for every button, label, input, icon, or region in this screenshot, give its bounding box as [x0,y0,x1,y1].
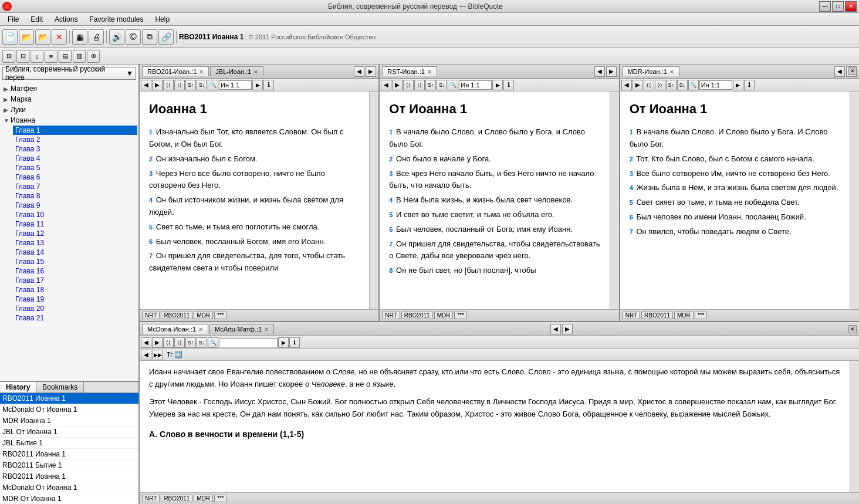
panel1-tab1[interactable]: RBO201-Иоан.:1 ✕ [142,66,209,76]
history-item-9[interactable]: MDR От Иоанна 1 [0,493,138,504]
book-item-matthew[interactable]: ▶ Матфея [1,83,137,94]
lower-tag-nrt[interactable]: NRT [142,495,160,502]
chapter-item-4[interactable]: Глава 4 [13,154,137,163]
panel3-tab1-close[interactable]: ✕ [669,69,674,75]
lower-prev-btn[interactable]: ◀ [550,324,561,334]
history-item-1[interactable]: McDonald От Иоанна 1 [0,404,138,415]
chapter-item-1[interactable]: Глава 1 [13,126,137,135]
p3-fwd-btn[interactable]: ▶ [633,80,643,90]
panel2-nav-input[interactable] [459,80,492,90]
chapter-item-13[interactable]: Глава 13 [13,238,137,248]
lower-nav-input[interactable] [219,338,278,347]
tb2-btn7[interactable]: ⊕ [87,50,100,63]
chapter-item-14[interactable]: Глава 14 [13,248,137,257]
panel3-tag-more[interactable]: *** [695,312,708,319]
p2-go-btn[interactable]: ▶ [492,80,503,90]
new-button[interactable]: 📄 [2,29,18,45]
book-item-luke[interactable]: ▶ Луки [1,104,137,115]
lp-fwd-btn[interactable]: ▶ [152,337,163,348]
history-item-5[interactable]: RBO2011 Иоанна 1 [0,449,138,460]
p2-btn6[interactable]: S↓ [437,80,447,90]
tb2-btn6[interactable]: ▥ [73,50,86,63]
minimize-button[interactable]: — [819,1,831,12]
tb2-btn5[interactable]: ▤ [59,50,72,63]
chapter-item-19[interactable]: Глава 19 [13,295,137,304]
chapter-item-16[interactable]: Глава 16 [13,266,137,276]
tb2-btn4[interactable]: ≡ [45,50,58,63]
chapter-item-7[interactable]: Глава 7 [13,182,137,191]
p1-info-btn[interactable]: ℹ [263,80,274,90]
lp-go-btn[interactable]: ▶ [278,337,289,348]
print-button[interactable]: 🖨 [89,29,104,45]
panel1-scrollbar[interactable] [369,92,378,309]
chapter-item-2[interactable]: Глава 2 [13,135,137,144]
panel1-tag-rbo[interactable]: RBO2011 [161,312,192,319]
copy-button[interactable]: ⧉ [142,29,157,45]
lower-tag-mdr[interactable]: MDR [194,495,213,502]
p2-fwd-btn[interactable]: ▶ [392,80,403,90]
lower-scrollbar[interactable] [850,361,859,492]
p1-go-btn[interactable]: ▶ [252,80,263,90]
history-item-7[interactable]: RBO2011 Иоанна 1 [0,471,138,482]
p2-btn4[interactable]: ⟩⟩ [414,80,425,90]
p2-back-btn[interactable]: ◀ [381,80,391,90]
lp-btn5[interactable]: S↑ [185,337,196,348]
tab-bookmarks[interactable]: Bookmarks [36,382,84,393]
lower-next-btn[interactable]: ▶ [562,324,573,334]
panel2-next-btn[interactable]: ▶ [606,66,617,77]
lp-back-btn[interactable]: ◀ [141,337,151,348]
history-item-8[interactable]: McDonald От Иоанна 1 [0,482,138,493]
maximize-button[interactable]: □ [832,1,844,12]
panel3-nav-input[interactable] [699,80,732,90]
chapter-item-10[interactable]: Глава 10 [13,210,137,219]
chapter-item-17[interactable]: Глава 17 [13,276,137,285]
tab-history[interactable]: History [0,382,36,393]
panel3-prev-btn[interactable]: ◀ [834,66,845,77]
p1-btn3[interactable]: ⟨⟨ [163,80,174,90]
p3-info-btn[interactable]: ℹ [744,80,755,90]
tb2-btn2[interactable]: ⊟ [16,50,29,63]
bible-selector[interactable]: Библия, современный русский перев ▼ [2,67,136,80]
panel2-tag-more[interactable]: *** [454,312,467,319]
panel2-prev-btn[interactable]: ◀ [594,66,605,77]
panel1-tag-mdr[interactable]: MDR [194,312,213,319]
chapter-item-18[interactable]: Глава 18 [13,285,137,295]
history-item-3[interactable]: JBL От Иоанна 1 [0,427,138,438]
panel1-tag-nrt[interactable]: NRT [142,312,160,319]
book-item-john[interactable]: ▼ Иоанна [1,115,137,126]
chapter-item-8[interactable]: Глава 8 [13,191,137,201]
chapter-item-11[interactable]: Глава 11 [13,219,137,229]
close-button[interactable]: ✕ [845,1,857,12]
chapter-item-9[interactable]: Глава 9 [13,201,137,210]
panel1-tab2-close[interactable]: ✕ [253,69,258,75]
open-green-button[interactable]: 📂 [35,29,50,45]
chapter-item-21[interactable]: Глава 21 [13,313,137,323]
chapter-item-20[interactable]: Глава 20 [13,304,137,313]
copyright-button[interactable]: © [126,29,141,45]
panel3-tab1[interactable]: MDR-Иоан.:1 ✕ [623,66,679,76]
chapter-item-15[interactable]: Глава 15 [13,257,137,266]
panel1-tab2[interactable]: JBL-Иоан.:1 ✕ [210,66,263,76]
lower-tab2[interactable]: McArtu-Матф.:1 ✕ [209,324,274,334]
upper-panel-close[interactable]: ✕ [848,67,857,75]
panel2-tag-rbo[interactable]: RBO2011 [401,312,433,319]
panel2-tab1[interactable]: RST-Иоан.:1 ✕ [382,66,437,76]
lp-info-btn[interactable]: ℹ [289,337,300,348]
link-button[interactable]: 🔗 [158,29,174,45]
panel2-scrollbar[interactable] [610,92,619,309]
p2-btn5[interactable]: S↑ [425,80,436,90]
p3-back-btn[interactable]: ◀ [621,80,632,90]
p3-btn6[interactable]: S↓ [677,80,688,90]
lp2-btn2[interactable]: ▶▶ [153,350,163,360]
panel1-nav-input[interactable] [219,80,252,90]
menu-help[interactable]: Help [150,13,175,25]
open-button[interactable]: 📂 [19,29,34,45]
p3-btn4[interactable]: ⟩⟩ [655,80,665,90]
lower-tag-rbo[interactable]: RBO2011 [161,495,192,502]
sound-button[interactable]: 🔊 [109,29,124,45]
panel3-tag-rbo[interactable]: RBO2011 [641,312,673,319]
lp-btn6[interactable]: S↓ [197,337,207,348]
p1-btn7[interactable]: 🔍 [208,80,218,90]
panel2-tag-nrt[interactable]: NRT [382,312,400,319]
p1-btn4[interactable]: ⟩⟩ [174,80,185,90]
